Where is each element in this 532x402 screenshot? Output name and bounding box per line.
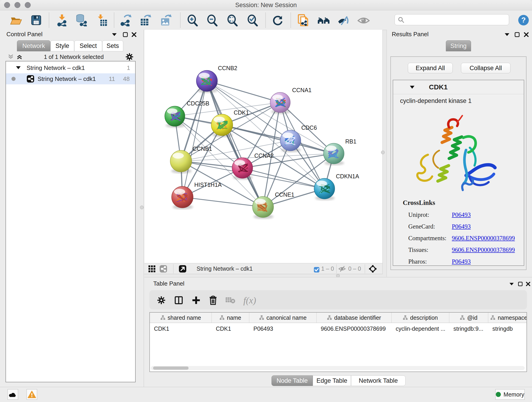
network-edge[interactable] [182, 197, 263, 207]
export-network-button[interactable] [119, 13, 133, 27]
import-network-file-button[interactable] [56, 13, 69, 27]
table-options-gear-icon[interactable] [155, 294, 167, 306]
import-table-button[interactable] [95, 13, 108, 27]
table-horizontal-scrollbar[interactable] [151, 366, 525, 370]
clone-network-button[interactable] [297, 13, 310, 27]
scrollbar-thumb[interactable] [153, 366, 189, 370]
help-button[interactable]: ? [517, 13, 530, 27]
column-header-shared-name[interactable]: shared name [150, 313, 212, 323]
column-header-canonical-name[interactable]: canonical name [249, 313, 317, 323]
delete-table-icon-disabled[interactable] [225, 294, 236, 306]
crosslink-genecard-link[interactable]: P06493 [452, 223, 471, 230]
network-node-ccna1[interactable]: CCNA1 [270, 87, 312, 114]
column-header-id[interactable]: @id [449, 313, 488, 323]
crosslink-pharos-link[interactable]: P06493 [452, 258, 471, 265]
cell-namespace[interactable]: stringdb [488, 323, 527, 334]
grid-view-icon[interactable] [148, 265, 156, 273]
network-row-selected[interactable]: String Network – cdk1 11 48 [6, 73, 135, 84]
zoom-in-button[interactable] [186, 13, 199, 27]
tab-node-table[interactable]: Node Table [272, 375, 313, 386]
cloud-service-button[interactable] [7, 389, 18, 400]
network-node-ccne1[interactable]: CCNE1 [253, 191, 294, 219]
column-header-namespace[interactable]: namespace [488, 313, 527, 323]
first-neighbors-button[interactable] [317, 13, 330, 27]
tab-style[interactable]: Style [51, 40, 74, 51]
entry-expander-icon[interactable] [410, 85, 415, 89]
collapse-all-button[interactable]: Collapse All [461, 63, 510, 73]
tab-edge-table[interactable]: Edge Table [313, 375, 351, 386]
cdk1-entry-header[interactable]: CDK1 [393, 80, 524, 94]
selected-checkbox[interactable] [313, 266, 321, 274]
network-collection-row[interactable]: String Network – cdk1 1 [6, 62, 135, 73]
cell-id[interactable]: stringdb:9... [449, 323, 488, 334]
network-node-ccnb2[interactable]: CCNB2 [196, 65, 237, 93]
table-panel-float-button[interactable] [508, 281, 515, 287]
crosslink-compartments-link[interactable]: 9606.ENSP00000378699 [452, 235, 515, 242]
memory-button[interactable]: Memory [495, 389, 525, 400]
hidden-eye-icon[interactable] [338, 265, 346, 273]
tab-network-table[interactable]: Network Table [351, 375, 405, 386]
warnings-button[interactable] [27, 389, 37, 400]
network-options-gear-icon[interactable] [125, 52, 134, 61]
window-minimize-button[interactable] [14, 2, 20, 8]
zoom-out-button[interactable] [206, 13, 219, 27]
delete-column-icon[interactable] [207, 294, 219, 306]
results-panel-maximize-button[interactable] [513, 31, 521, 38]
table-panel-maximize-button[interactable] [516, 281, 524, 287]
control-panel-maximize-button[interactable] [121, 31, 129, 38]
export-image-button[interactable] [159, 13, 172, 27]
collection-expander-icon[interactable] [16, 66, 21, 70]
network-node-cdc25b[interactable]: CDC25B [165, 100, 209, 128]
search-field[interactable] [394, 14, 509, 25]
network-edge[interactable] [207, 81, 280, 102]
results-panel-close-button[interactable] [522, 31, 530, 38]
window-close-button[interactable] [4, 2, 10, 8]
network-edge[interactable] [207, 81, 263, 207]
cell-shared-name[interactable]: CDK1 [150, 323, 212, 334]
expand-all-button[interactable]: Expand All [408, 63, 453, 73]
tab-network[interactable]: Network [17, 40, 51, 51]
collapse-all-networks-icon[interactable] [8, 54, 14, 60]
column-header-description[interactable]: description [392, 313, 449, 323]
save-session-button[interactable] [30, 13, 43, 27]
zoom-selected-button[interactable] [246, 13, 259, 27]
column-header-database-identifier[interactable]: database identifier [317, 313, 392, 323]
network-edge[interactable] [222, 125, 334, 153]
expand-all-networks-icon[interactable] [17, 54, 22, 60]
zoom-fit-button[interactable] [226, 13, 239, 27]
crosslink-uniprot-link[interactable]: P06493 [452, 211, 471, 218]
tab-sets[interactable]: Sets [102, 40, 123, 51]
cell-description[interactable]: cyclin-dependent ... [392, 323, 449, 334]
column-header-name[interactable]: name [212, 313, 249, 323]
tab-select[interactable]: Select [74, 40, 102, 51]
cell-database-identifier[interactable]: 9606.ENSP00000378699 [317, 323, 392, 334]
right-splitter-handle[interactable] [381, 151, 385, 154]
function-builder-icon-disabled[interactable]: f(x) [241, 294, 259, 306]
network-node-cdkn1a[interactable]: CDKN1A [314, 173, 359, 200]
cell-name[interactable]: CDK1 [212, 323, 249, 334]
birdseye-view-icon[interactable] [179, 265, 186, 273]
show-columns-icon[interactable] [173, 294, 185, 306]
cell-canonical-name[interactable]: P06493 [249, 323, 317, 334]
network-node-ccnb1[interactable]: CCNB1 [170, 146, 212, 173]
control-panel-float-button[interactable] [110, 31, 118, 38]
export-table-button[interactable] [139, 13, 152, 27]
network-node-hist1h1a[interactable]: HIST1H1A [172, 182, 222, 210]
crosslink-tissues-link[interactable]: 9606.ENSP00000378699 [452, 246, 515, 254]
control-panel-close-button[interactable] [130, 31, 138, 38]
network-canvas[interactable]: CCNB2CCNA1CDC25BCDK1CDC6RB1CCNB1CCNA2CDK… [144, 30, 383, 263]
show-all-button[interactable] [357, 13, 370, 27]
network-edge[interactable] [182, 81, 207, 197]
table-panel-close-button[interactable] [524, 281, 532, 287]
window-zoom-button[interactable] [25, 2, 31, 8]
network-node-rb1[interactable]: RB1 [323, 138, 356, 165]
crosshair-icon[interactable] [369, 265, 377, 273]
tab-string[interactable]: String [446, 40, 471, 51]
import-network-database-button[interactable] [75, 13, 88, 27]
results-panel-float-button[interactable] [503, 31, 511, 38]
search-input[interactable] [404, 16, 509, 23]
create-column-icon[interactable] [190, 294, 202, 306]
refresh-button[interactable] [271, 13, 284, 27]
hide-selection-button[interactable] [337, 13, 350, 27]
open-session-button[interactable] [9, 13, 23, 27]
